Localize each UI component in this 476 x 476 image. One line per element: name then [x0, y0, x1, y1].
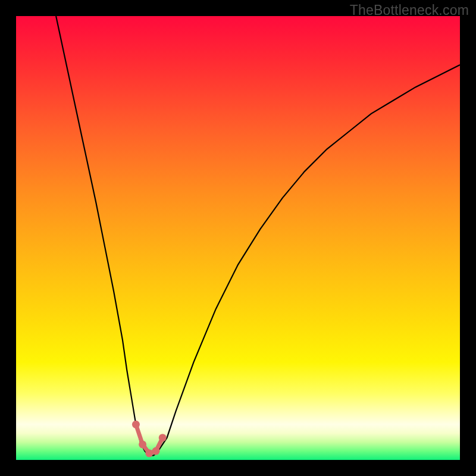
- highlight-dot: [152, 447, 160, 455]
- bottleneck-curve: [56, 16, 460, 456]
- highlight-dot: [139, 440, 146, 448]
- bottleneck-curve-svg: [16, 16, 460, 460]
- highlight-dot: [132, 421, 140, 428]
- chart-plot-area: [16, 16, 460, 460]
- highlight-dot: [159, 434, 167, 441]
- highlight-dots: [132, 421, 167, 458]
- watermark-text: TheBottleneck.com: [350, 2, 469, 18]
- highlight-dot: [145, 449, 153, 457]
